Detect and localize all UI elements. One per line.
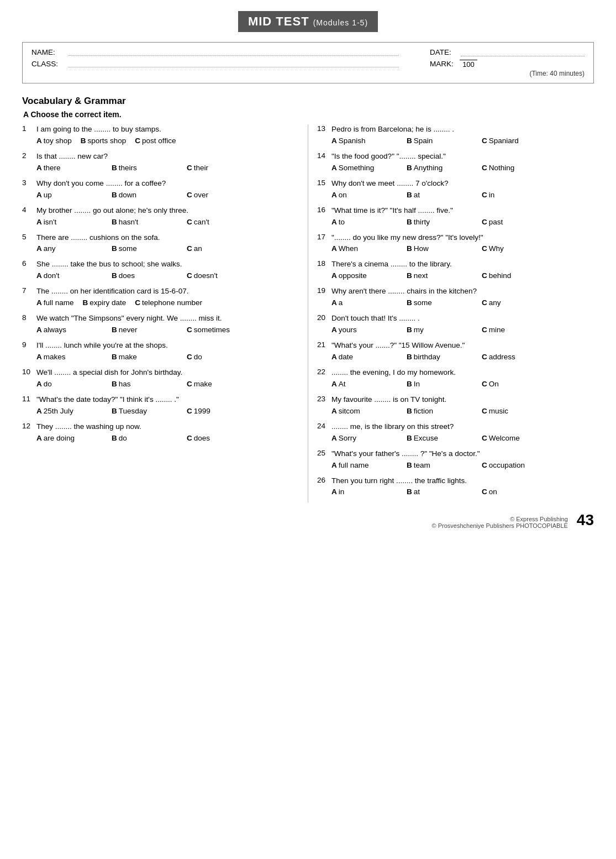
- date-label: DATE:: [430, 48, 457, 56]
- page-header: MID TEST (Modules 1-5): [22, 11, 594, 32]
- class-row: CLASS:: [31, 60, 402, 68]
- question-stem: 19 Why aren't there ........ chairs in t…: [317, 286, 594, 297]
- question-number: 26: [317, 476, 328, 486]
- left-column: 1 I am going to the ........ to buy stam…: [22, 124, 308, 502]
- question-text: "What's the date today?" "I think it's .…: [36, 395, 299, 405]
- question-number: 13: [317, 124, 328, 135]
- question-item: 21 "What's your .......?" "15 Willow Ave…: [317, 341, 594, 361]
- question-stem: 11 "What's the date today?" "I think it'…: [22, 395, 299, 405]
- question-item: 15 Why don't we meet ........ 7 o'clock?…: [317, 179, 594, 199]
- question-stem: 10 We'll ........ a special dish for Joh…: [22, 368, 299, 378]
- time-note: (Time: 40 minutes): [430, 70, 585, 77]
- question-text: My brother ........ go out alone; he's o…: [36, 206, 299, 216]
- question-number: 19: [317, 286, 328, 297]
- question-item: 7 The ........ on her identification car…: [22, 286, 299, 307]
- question-stem: 7 The ........ on her identification car…: [22, 286, 299, 297]
- question-item: 25 "What's your father's ........ ?" "He…: [317, 449, 594, 469]
- question-text: Then you turn right ........ the traffic…: [331, 476, 594, 486]
- question-stem: 22 ........ the evening, I do my homewor…: [317, 368, 594, 378]
- question-stem: 14 "Is the food good?" "........ special…: [317, 151, 594, 162]
- question-item: 23 My favourite ........ is on TV tonigh…: [317, 395, 594, 415]
- question-number: 11: [22, 395, 33, 405]
- question-number: 16: [317, 206, 328, 216]
- question-stem: 13 Pedro is from Barcelona; he is ......…: [317, 124, 594, 135]
- question-text: ........ the evening, I do my homework.: [331, 368, 594, 378]
- question-stem: 21 "What's your .......?" "15 Willow Ave…: [317, 341, 594, 351]
- question-text: My favourite ........ is on TV tonight.: [331, 395, 594, 405]
- question-stem: 17 "........ do you like my new dress?" …: [317, 233, 594, 243]
- question-item: 17 "........ do you like my new dress?" …: [317, 233, 594, 253]
- question-stem: 24 ........ me, is the library on this s…: [317, 422, 594, 432]
- question-item: 19 Why aren't there ........ chairs in t…: [317, 286, 594, 307]
- question-text: Pedro is from Barcelona; he is ........ …: [331, 124, 594, 135]
- question-number: 23: [317, 395, 328, 405]
- mark-row: MARK: 100: [430, 60, 585, 69]
- question-text: ........ me, is the library on this stre…: [331, 422, 594, 432]
- question-stem: 8 We watch "The Simpsons" every night. W…: [22, 313, 299, 324]
- question-stem: 20 Don't touch that! It's ........ .: [317, 313, 594, 324]
- section-sub: A Choose the correct item.: [23, 110, 594, 119]
- question-item: 4 My brother ........ go out alone; he's…: [22, 206, 299, 226]
- question-text: I'll ........ lunch while you're at the …: [36, 341, 299, 351]
- question-text: "What time is it?" "It's half ........ f…: [331, 206, 594, 216]
- copyright-2: © Prosveshcheniye Publishers PHOTOCOPIAB…: [432, 522, 568, 529]
- question-item: 1 I am going to the ........ to buy stam…: [22, 124, 299, 145]
- question-item: 26 Then you turn right ........ the traf…: [317, 476, 594, 496]
- question-stem: 3 Why don't you come ........ for a coff…: [22, 179, 299, 189]
- question-stem: 15 Why don't we meet ........ 7 o'clock?: [317, 179, 594, 189]
- question-text: "What's your .......?" "15 Willow Avenue…: [331, 341, 594, 351]
- question-item: 16 "What time is it?" "It's half .......…: [317, 206, 594, 226]
- question-number: 6: [22, 259, 33, 270]
- page-number: 43: [577, 511, 594, 529]
- question-text: There's a cinema ........ to the library…: [331, 259, 594, 270]
- question-text: The ........ on her identification card …: [36, 286, 299, 297]
- mark-label: MARK:: [430, 60, 457, 68]
- mark-denominator: 100: [462, 60, 475, 69]
- question-number: 10: [22, 368, 33, 378]
- question-item: 11 "What's the date today?" "I think it'…: [22, 395, 299, 415]
- class-dots: [68, 60, 399, 67]
- question-number: 14: [317, 151, 328, 162]
- question-number: 2: [22, 151, 33, 162]
- question-number: 21: [317, 341, 328, 351]
- class-label: CLASS:: [31, 60, 65, 68]
- question-number: 8: [22, 313, 33, 324]
- copyright-1: © Express Publishing: [432, 516, 568, 522]
- question-text: "Is the food good?" "........ special.": [331, 151, 594, 162]
- name-label: NAME:: [31, 48, 65, 56]
- question-stem: 25 "What's your father's ........ ?" "He…: [317, 449, 594, 459]
- question-text: She ........ take the bus to school; she…: [36, 259, 299, 270]
- question-number: 3: [22, 179, 33, 189]
- question-item: 14 "Is the food good?" "........ special…: [317, 151, 594, 172]
- mark-fraction: 100: [460, 60, 477, 69]
- question-item: 2 Is that ........ new car? AthereBtheir…: [22, 151, 299, 172]
- main-title: MID TEST: [248, 14, 309, 28]
- question-stem: 6 She ........ take the bus to school; s…: [22, 259, 299, 270]
- question-text: They ........ the washing up now.: [36, 422, 299, 432]
- section-title: Vocabulary & Grammar: [22, 96, 594, 107]
- question-item: 6 She ........ take the bus to school; s…: [22, 259, 299, 280]
- question-stem: 9 I'll ........ lunch while you're at th…: [22, 341, 299, 351]
- question-number: 17: [317, 233, 328, 243]
- question-item: 5 There are ........ cushions on the sof…: [22, 233, 299, 253]
- question-item: 13 Pedro is from Barcelona; he is ......…: [317, 124, 594, 145]
- question-text: Don't touch that! It's ........ .: [331, 313, 594, 324]
- question-item: 12 They ........ the washing up now. Aar…: [22, 422, 299, 442]
- question-item: 3 Why don't you come ........ for a coff…: [22, 179, 299, 199]
- question-stem: 12 They ........ the washing up now.: [22, 422, 299, 432]
- question-stem: 4 My brother ........ go out alone; he's…: [22, 206, 299, 216]
- questions-columns: 1 I am going to the ........ to buy stam…: [22, 124, 594, 502]
- date-dots: [461, 49, 585, 56]
- name-dots: [68, 48, 399, 56]
- question-text: There are ........ cushions on the sofa.: [36, 233, 299, 243]
- question-text: We watch "The Simpsons" every night. We …: [36, 313, 299, 324]
- question-number: 25: [317, 449, 328, 459]
- question-text: We'll ........ a special dish for John's…: [36, 368, 299, 378]
- question-number: 15: [317, 179, 328, 189]
- question-number: 22: [317, 368, 328, 378]
- question-item: 20 Don't touch that! It's ........ . Ayo…: [317, 313, 594, 334]
- question-number: 1: [22, 124, 33, 135]
- question-number: 18: [317, 259, 328, 270]
- question-text: "What's your father's ........ ?" "He's …: [331, 449, 594, 459]
- question-item: 9 I'll ........ lunch while you're at th…: [22, 341, 299, 361]
